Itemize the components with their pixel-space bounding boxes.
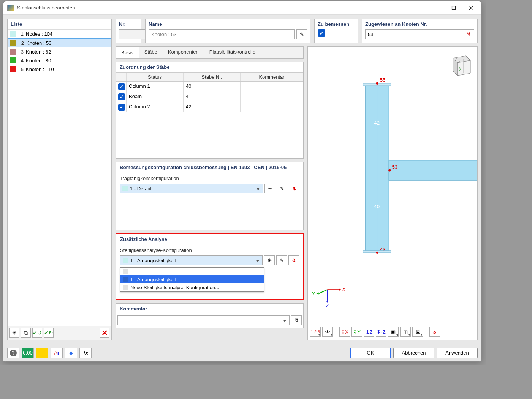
list-toolbar: ✳ ⧉ ✔↺ ✔↻ ✕ bbox=[8, 326, 111, 340]
comment-combo[interactable]: ▾ bbox=[117, 315, 290, 325]
color-swatch bbox=[10, 66, 16, 72]
window-controls bbox=[428, 2, 480, 14]
svg-marker-8 bbox=[317, 292, 319, 294]
list-item[interactable]: 5 Knoten : 110 bbox=[8, 65, 111, 74]
apply-button[interactable]: Anwenden bbox=[437, 348, 478, 358]
tab-staebe[interactable]: Stäbe bbox=[139, 47, 163, 58]
view-123-button[interactable]: 1 2 3 bbox=[310, 327, 321, 337]
table-row[interactable]: ✓ Column 1 40 bbox=[116, 82, 303, 92]
view-style-button[interactable]: ◫ bbox=[400, 327, 411, 337]
glyph-button[interactable]: A▮ bbox=[51, 348, 63, 358]
ok-button[interactable]: OK bbox=[350, 348, 391, 358]
svg-line-7 bbox=[319, 290, 328, 293]
list-item[interactable]: 4 Knoten : 80 bbox=[8, 56, 111, 65]
check-toggle-button[interactable]: ✔↻ bbox=[44, 328, 54, 338]
svg-marker-5 bbox=[339, 288, 341, 291]
assigned-field-group: Zugewiesen an Knoten Nr. ↯ bbox=[362, 19, 478, 43]
close-button[interactable] bbox=[462, 2, 480, 14]
col-comment: Kommentar bbox=[241, 73, 303, 81]
edit-stiffness-button[interactable]: ✎ bbox=[276, 255, 287, 265]
tab-basis[interactable]: Basis bbox=[116, 47, 139, 58]
top-fields: Nr. Name ✎ Zu bemessen ✓ Zugewiesen an K… bbox=[116, 19, 478, 43]
name-field-group: Name ✎ bbox=[145, 19, 310, 43]
delete-item-button[interactable]: ✕ bbox=[100, 328, 109, 338]
check-all-button[interactable]: ✔↺ bbox=[32, 328, 42, 338]
svg-point-18 bbox=[376, 82, 378, 85]
config-select[interactable]: 1 - Default ▾ bbox=[120, 184, 263, 193]
edit-config-button[interactable]: ✎ bbox=[277, 184, 287, 193]
svg-text:43: 43 bbox=[380, 247, 386, 252]
new-stiffness-button[interactable]: ✳ bbox=[264, 255, 275, 265]
svg-text:40: 40 bbox=[374, 204, 380, 209]
chevron-down-icon: ▾ bbox=[283, 318, 286, 324]
print-preview-button[interactable]: 🖶 bbox=[412, 327, 423, 337]
color-swatch bbox=[10, 57, 16, 63]
config-section: Bemessungskonfiguration chlussbemessung … bbox=[116, 162, 304, 230]
table-head: Status Stäbe Nr. Kommentar bbox=[116, 73, 303, 82]
name-input[interactable] bbox=[149, 29, 295, 39]
nr-field-group: Nr. bbox=[116, 19, 141, 43]
stiffness-select[interactable]: 1 - Anfangssteifigkeit ▾ bbox=[120, 255, 263, 265]
svg-text:X: X bbox=[342, 287, 345, 292]
comment-title: Kommentar bbox=[116, 304, 303, 314]
list-item[interactable]: 1 Nodes : 104 bbox=[8, 30, 111, 38]
view-z-button[interactable]: ↥Z bbox=[364, 327, 374, 337]
list-item[interactable]: 2 Knoten : 53 bbox=[8, 38, 111, 48]
minimize-button[interactable] bbox=[428, 2, 445, 14]
help-icon: ? bbox=[10, 350, 17, 356]
view-zoom-settings-button[interactable]: ⌕ bbox=[429, 327, 440, 337]
option-swatch bbox=[123, 285, 128, 290]
center-column: Basis Stäbe Komponenten Plausibilitätsko… bbox=[116, 46, 304, 340]
row-checkbox[interactable]: ✓ bbox=[118, 83, 125, 90]
dropdown-option-new[interactable]: Neue Steifigkeitsanalyse-Konfiguration..… bbox=[120, 283, 264, 291]
assigned-label: Zugewiesen an Knoten Nr. bbox=[365, 21, 474, 27]
tab-plausibility[interactable]: Plausibilitätskontrolle bbox=[204, 47, 261, 58]
units-button[interactable]: 0,00 bbox=[22, 348, 34, 358]
app-window: Stahlanschluss bearbeiten Liste 1 Nodes … bbox=[3, 1, 482, 362]
tab-komponenten[interactable]: Komponenten bbox=[163, 47, 204, 58]
view-cube[interactable]: y bbox=[445, 51, 473, 79]
edit-name-button[interactable]: ✎ bbox=[296, 29, 307, 39]
view-y-button[interactable]: ↧Y bbox=[352, 327, 362, 337]
list-item[interactable]: 3 Knoten : 62 bbox=[8, 48, 111, 56]
color-swatch bbox=[10, 31, 16, 37]
comment-library-button[interactable]: ⧉ bbox=[291, 315, 302, 325]
view-show-button[interactable]: 👁 bbox=[322, 327, 333, 337]
col-nr: Stäbe Nr. bbox=[184, 73, 241, 81]
left-pane: Liste 1 Nodes : 104 2 Knoten : 53 3 Knot… bbox=[7, 19, 112, 340]
preview-viewport[interactable]: X Y Z bbox=[308, 47, 477, 325]
color-swatch bbox=[10, 49, 16, 55]
row-checkbox[interactable]: ✓ bbox=[118, 93, 125, 100]
bemessen-checkbox[interactable]: ✓ bbox=[318, 29, 325, 37]
link-button[interactable]: ◆ bbox=[65, 348, 77, 358]
new-config-button[interactable]: ✳ bbox=[264, 184, 275, 193]
pick-config-button[interactable]: ↯ bbox=[289, 184, 299, 193]
help-button[interactable]: ? bbox=[7, 348, 19, 358]
new-item-button[interactable]: ✳ bbox=[10, 328, 19, 338]
view-neg-z-button[interactable]: ↧-Z bbox=[376, 327, 386, 337]
maximize-button[interactable] bbox=[445, 2, 462, 14]
svg-text:y: y bbox=[459, 65, 462, 71]
svg-rect-15 bbox=[389, 160, 477, 180]
duplicate-item-button[interactable]: ⧉ bbox=[21, 328, 31, 338]
pick-in-view-button[interactable]: ↯ bbox=[465, 30, 473, 38]
view-x-button[interactable]: ↧X bbox=[339, 327, 350, 337]
svg-point-20 bbox=[388, 169, 391, 171]
config-label: Tragfähigkeitskonfiguration bbox=[120, 176, 299, 181]
additional-label: Steifigkeitsanalyse-Konfiguration bbox=[120, 247, 299, 253]
view-iso-button[interactable]: ▣ bbox=[388, 327, 399, 337]
col-status: Status bbox=[127, 73, 184, 81]
table-row[interactable]: ✓ Beam 41 bbox=[116, 92, 303, 102]
assigned-input[interactable] bbox=[365, 29, 474, 39]
row-checkbox[interactable]: ✓ bbox=[118, 104, 125, 111]
dropdown-option-default[interactable]: 1 - Anfangssteifigkeit bbox=[120, 276, 264, 283]
preview-pane: X Y Z bbox=[307, 46, 478, 340]
cancel-button[interactable]: Abbrechen bbox=[393, 348, 434, 358]
color-button[interactable] bbox=[36, 348, 48, 358]
app-icon bbox=[7, 5, 14, 11]
table-row[interactable]: ✓ Column 2 42 bbox=[116, 102, 303, 112]
dropdown-option-empty[interactable]: -- bbox=[120, 268, 264, 276]
content-row: Basis Stäbe Komponenten Plausibilitätsko… bbox=[116, 46, 478, 340]
fx-button[interactable]: ƒx bbox=[79, 348, 92, 358]
pick-stiffness-button[interactable]: ↯ bbox=[288, 255, 299, 265]
